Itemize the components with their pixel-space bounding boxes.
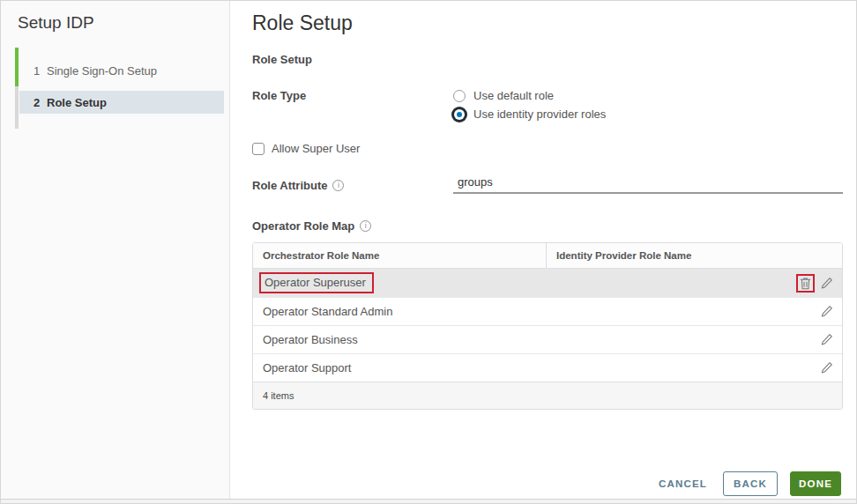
pencil-icon — [820, 305, 833, 318]
table-row[interactable]: Operator Standard Admin — [253, 297, 842, 325]
window-bottom-edge — [1, 499, 856, 504]
sidebar-step-single-sign-on-setup[interactable]: 1 Single Sign-On Setup — [34, 59, 224, 82]
allow-super-user-row: Allow Super User — [252, 142, 360, 155]
back-button[interactable]: BACK — [723, 471, 778, 496]
role-type-label: Role Type — [252, 89, 306, 102]
info-icon[interactable]: i — [332, 180, 344, 191]
pencil-icon — [820, 333, 833, 346]
radio-use-default-role[interactable]: Use default role — [451, 86, 606, 105]
radio-label: Use default role — [473, 89, 554, 102]
role-attribute-label: Role Attribute — [252, 179, 327, 192]
edit-row-button[interactable] — [820, 305, 833, 318]
edit-row-button[interactable] — [820, 333, 833, 346]
page-title: Role Setup — [252, 11, 353, 35]
orchestrator-role-cell: Operator Standard Admin — [253, 305, 546, 318]
radio-selected-icon — [457, 112, 462, 117]
radio-use-identity-provider-roles[interactable]: Use identity provider roles — [451, 105, 606, 123]
step-label: Single Sign-On Setup — [47, 64, 157, 78]
row-actions — [820, 298, 833, 325]
pencil-icon — [820, 277, 833, 290]
allow-super-user-checkbox[interactable] — [252, 143, 265, 155]
role-attribute-label-row: Role Attribute i — [252, 179, 344, 192]
row-actions — [820, 354, 833, 382]
table-row[interactable]: Operator Support — [253, 353, 842, 382]
cancel-button[interactable]: CANCEL — [655, 478, 711, 489]
table-row[interactable]: Operator Business — [253, 325, 842, 353]
step-label: Role Setup — [47, 96, 107, 109]
step-progress-completed — [15, 48, 19, 86]
delete-row-button[interactable] — [796, 274, 815, 293]
edit-row-button[interactable] — [820, 361, 833, 374]
step-progress-track — [15, 48, 19, 129]
pencil-icon — [820, 361, 833, 374]
done-button[interactable]: DONE — [790, 471, 841, 496]
step-number: 1 — [34, 64, 47, 78]
sidebar-step-role-setup[interactable]: 2 Role Setup — [19, 91, 224, 114]
step-number: 2 — [34, 96, 47, 109]
operator-role-map-label: Operator Role Map — [252, 219, 354, 233]
operator-role-map-label-row: Operator Role Map i — [252, 219, 371, 233]
orchestrator-role-cell: Operator Superuser — [253, 272, 546, 293]
info-icon[interactable]: i — [360, 220, 371, 232]
role-type-radio-group: Use default role Use identity provider r… — [451, 86, 606, 123]
role-attribute-input[interactable]: groups — [453, 175, 843, 194]
radio-label: Use identity provider roles — [473, 107, 606, 121]
table-header: Orchestrator Role Name Identity Provider… — [253, 243, 842, 269]
row-actions — [796, 269, 833, 297]
wizard-title: Setup IDP — [18, 13, 94, 33]
setup-idp-wizard: Setup IDP 1 Single Sign-On Setup 2 Role … — [0, 0, 857, 504]
orchestrator-role-cell: Operator Business — [253, 333, 546, 346]
column-header-identity-provider-role-name: Identity Provider Role Name — [546, 243, 842, 268]
item-count: 4 items — [263, 390, 294, 401]
row-actions — [820, 326, 833, 353]
operator-role-map-table: Orchestrator Role Name Identity Provider… — [252, 242, 843, 410]
column-header-orchestrator-role-name: Orchestrator Role Name — [253, 243, 546, 268]
annotation-highlight: Operator Superuser — [259, 272, 374, 293]
wizard-footer-buttons: CANCEL BACK DONE — [655, 471, 841, 496]
checkbox-label: Allow Super User — [272, 142, 360, 155]
trash-icon — [800, 277, 811, 290]
table-row[interactable]: Operator Superuser — [253, 269, 842, 297]
table-footer: 4 items — [253, 382, 842, 409]
role-setup-section-label: Role Setup — [252, 53, 312, 66]
radio-unselected-icon — [453, 90, 466, 102]
edit-row-button[interactable] — [820, 277, 833, 290]
wizard-sidebar: Setup IDP 1 Single Sign-On Setup 2 Role … — [1, 1, 230, 499]
orchestrator-role-cell: Operator Support — [253, 361, 546, 374]
